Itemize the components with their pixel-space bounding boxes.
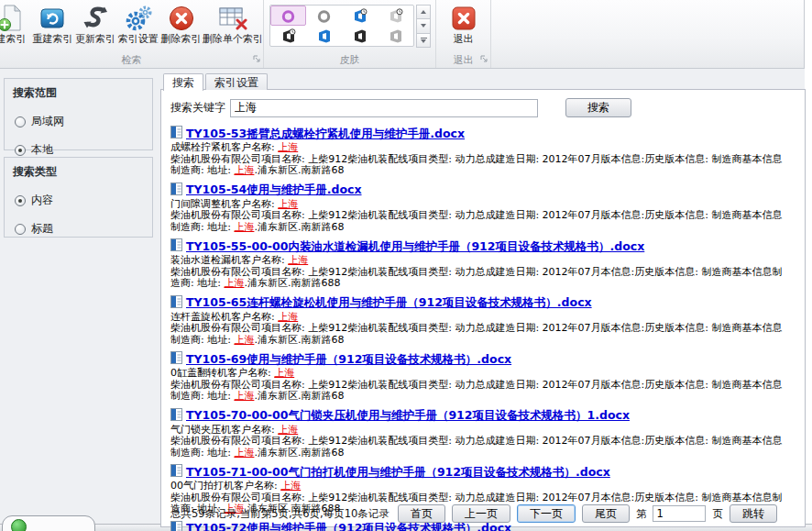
search-button[interactable]: 搜索 xyxy=(565,98,631,117)
rebuild-index-button[interactable]: 重建索引 xyxy=(31,2,74,46)
keyword-highlight: 上海 xyxy=(278,424,298,436)
result-item: TY105-53摇臂总成螺栓拧紧机使用与维护手册.docx成螺栓拧紧机客户名称:… xyxy=(170,126,796,177)
delete-index-icon xyxy=(168,4,195,33)
update-index-button[interactable]: 更新索引 xyxy=(74,2,117,46)
radio-local[interactable]: 本地 xyxy=(15,142,152,158)
skin-office-black-clock-icon[interactable] xyxy=(270,26,306,46)
radio-title[interactable]: 标题 xyxy=(15,221,152,237)
ribbon-group-skin-caption: 皮肤 xyxy=(264,53,435,67)
result-item: TY105-65连杆螺栓旋松机使用与维护手册（912项目设备技术规格书）.doc… xyxy=(170,295,796,347)
keyword-highlight: 上海 xyxy=(288,254,308,266)
result-item: TY105-54使用与维护手册.docx门间隙调整机客户名称: 上海柴油机股份有… xyxy=(170,183,796,234)
keyword-highlight: 上海 xyxy=(224,277,244,289)
result-item: TY105-70-00-00气门锁夹压机使用与维护手册（912项目设备技术规格书… xyxy=(170,408,796,459)
gallery-dropdown-icon[interactable] xyxy=(416,33,431,48)
index-settings-icon xyxy=(125,4,152,33)
tab-search[interactable]: 搜索 xyxy=(163,73,203,91)
exit-button-label: 退出 xyxy=(454,33,474,46)
results-list: TY105-53摇臂总成螺栓拧紧机使用与维护手册.docx成螺栓拧紧机客户名称:… xyxy=(170,126,796,531)
result-detail-line: 制造商: 地址: 上海.浦东新区.南新路68 xyxy=(170,165,796,177)
radio-button-icon[interactable] xyxy=(15,145,26,156)
result-title-link[interactable]: TY105-71-00-00气门拍打机使用与维护手册（912项目设备技术规格书）… xyxy=(186,465,610,480)
word-document-icon xyxy=(170,238,182,254)
radio-lan[interactable]: 局域网 xyxy=(15,114,152,129)
word-document-icon xyxy=(170,408,182,424)
prev-page-button[interactable]: 上一页 xyxy=(452,504,510,523)
page-number-input[interactable] xyxy=(653,505,706,522)
keyword-highlight: 上海 xyxy=(274,367,294,379)
delete-single-index-icon xyxy=(218,4,247,33)
result-title-link[interactable]: TY105-69使用与维护手册（912项目设备技术规格书）.docx xyxy=(186,352,511,367)
tab-index-settings[interactable]: 索引设置 xyxy=(205,73,268,90)
skin-office-gray-icon[interactable] xyxy=(378,26,413,46)
result-detail-line: 制造商: 地址: 上海.浦东新区.南新路68 xyxy=(170,448,796,459)
search-keyword-input[interactable] xyxy=(230,99,538,117)
delete-index-button[interactable]: 删除索引 xyxy=(159,2,203,46)
result-title-link[interactable]: TY105-54使用与维护手册.docx xyxy=(186,183,362,197)
page-number-prefix: 第 xyxy=(636,507,647,521)
pagination-bar: 总共59条记录,当前第5页,共6页,每页10条记录 首页上一页下一页尾页 第 页… xyxy=(170,504,797,523)
radio-button-icon[interactable] xyxy=(15,195,26,206)
result-title-link[interactable]: TY105-65连杆螺栓旋松机使用与维护手册（912项目设备技术规格书）.doc… xyxy=(186,295,592,310)
skin-gallery xyxy=(269,5,414,47)
dialog-launcher-icon[interactable] xyxy=(480,49,488,66)
skin-gallery-spinner xyxy=(416,5,431,47)
ribbon-group-search-caption: 检索 xyxy=(0,53,263,67)
radio-button-icon[interactable] xyxy=(15,224,26,235)
word-document-icon xyxy=(170,295,182,311)
skin-office-gray-ring-icon[interactable] xyxy=(306,6,342,26)
result-detail-line: 制造商: 地址: 上海.浦东新区.南新路68 xyxy=(170,222,796,234)
green-orb-icon xyxy=(11,519,27,531)
update-index-icon xyxy=(82,4,109,33)
result-detail-line: 制造商: 地址: 上海.浦东新区.南新路68 xyxy=(170,335,796,347)
keyword-highlight: 上海 xyxy=(278,198,298,210)
result-title-link[interactable]: TY105-55-00-00内装油水道检漏机使用与维护手册（912项目设备技术规… xyxy=(186,239,644,254)
notification-balloon-fragment[interactable] xyxy=(2,515,95,531)
search-scope-groupbox: 搜索范围 局域网本地 xyxy=(4,78,153,150)
exit-button[interactable]: 退出 xyxy=(436,0,490,46)
radio-button-icon[interactable] xyxy=(15,116,26,127)
result-item: TY105-69使用与维护手册（912项目设备技术规格书）.docx0缸盖翻转机… xyxy=(170,351,796,403)
page-number-suffix: 页 xyxy=(712,507,723,521)
result-detail-line: 制造商: 地址: 上海.浦东新区.南新路68 xyxy=(170,391,796,403)
last-page-button[interactable]: 尾页 xyxy=(582,504,630,523)
skin-office-black-icon[interactable] xyxy=(342,26,378,46)
keyword-highlight: 上海 xyxy=(278,141,298,153)
result-title-link[interactable]: TY105-53摇臂总成螺栓拧紧机使用与维护手册.docx xyxy=(186,127,465,141)
word-document-icon xyxy=(170,351,182,367)
create-index-icon xyxy=(0,4,25,33)
create-index-button[interactable]: 建索引 xyxy=(0,2,31,46)
skin-office-purple-ring-icon[interactable] xyxy=(270,6,306,26)
keyword-highlight: 上海 xyxy=(234,390,254,402)
gallery-scroll-down-icon[interactable] xyxy=(416,18,431,33)
result-detail-line: 造商: 地址: 上海.浦东新区.南新路688 xyxy=(170,278,796,290)
dialog-launcher-icon[interactable] xyxy=(253,49,260,66)
search-type-groupbox: 搜索类型 内容标题 xyxy=(4,157,153,238)
skin-office-blue-icon[interactable] xyxy=(306,26,342,46)
search-scope-title: 搜索范围 xyxy=(5,79,152,101)
rebuild-index-icon xyxy=(38,4,66,33)
ribbon: 建索引重建索引更新索引索引设置删除索引删除单个索引 检索 皮肤 退出 退出 xyxy=(0,0,805,69)
exit-icon xyxy=(452,4,476,33)
ribbon-group-search: 建索引重建索引更新索引索引设置删除索引删除单个索引 检索 xyxy=(0,0,264,68)
gallery-scroll-up-icon[interactable] xyxy=(416,5,431,19)
skin-office-blue-clock-icon[interactable] xyxy=(342,6,378,26)
keyword-highlight: 上海 xyxy=(234,447,254,459)
keyword-highlight: 上海 xyxy=(280,480,301,492)
pagination-summary: 总共59条记录,当前第5页,共6页,每页10条记录 xyxy=(170,507,390,521)
word-document-icon xyxy=(170,464,182,480)
search-row: 搜索关键字 搜索 xyxy=(170,98,796,117)
keyword-highlight: 上海 xyxy=(234,334,254,346)
skin-office-light-clock-icon[interactable] xyxy=(378,6,413,26)
radio-content[interactable]: 内容 xyxy=(15,193,152,208)
result-item: TY105-55-00-00内装油水道检漏机使用与维护手册（912项目设备技术规… xyxy=(170,238,796,290)
keyword-highlight: 上海 xyxy=(278,311,298,323)
next-page-button[interactable]: 下一页 xyxy=(517,504,576,523)
delete-single-index-button[interactable]: 删除单个索引 xyxy=(203,2,263,46)
go-to-page-button[interactable]: 跳转 xyxy=(730,504,777,523)
index-settings-button[interactable]: 索引设置 xyxy=(116,2,159,46)
word-document-icon xyxy=(170,126,182,141)
first-page-button[interactable]: 首页 xyxy=(398,504,445,523)
result-title-link[interactable]: TY105-70-00-00气门锁夹压机使用与维护手册（912项目设备技术规格书… xyxy=(186,408,630,423)
ribbon-group-exit: 退出 退出 xyxy=(436,0,491,68)
